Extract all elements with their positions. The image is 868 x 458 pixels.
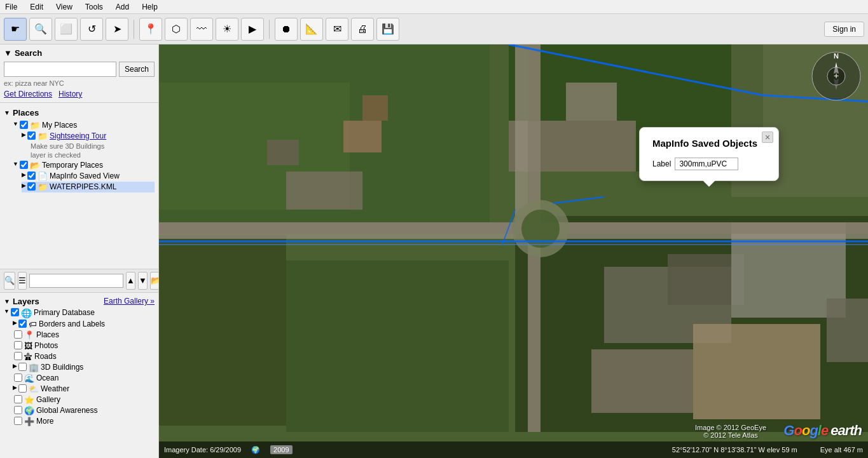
places-collapse-icon: ▼ <box>4 109 10 116</box>
history-link[interactable]: History <box>59 90 82 98</box>
photos-label[interactable]: Photos <box>34 341 58 350</box>
layers-header-row: ▼ Layers Earth Gallery » <box>4 295 155 307</box>
search-input[interactable] <box>4 62 116 77</box>
waterpipes-checkbox[interactable] <box>27 182 36 191</box>
nav-compass[interactable]: N + <box>811 51 862 102</box>
weather-label[interactable]: Weather <box>41 384 69 393</box>
roads-checkbox[interactable] <box>14 352 22 360</box>
save-image-button[interactable]: 💾 <box>376 18 399 41</box>
menu-edit[interactable]: Edit <box>27 1 46 13</box>
weather-expand-icon[interactable]: ▶ <box>13 384 17 391</box>
borders-label[interactable]: Borders and Labels <box>39 320 105 328</box>
3d-buildings-checkbox[interactable] <box>18 363 27 371</box>
sightseeing-label[interactable]: Sightseeing Tour <box>50 131 106 140</box>
add-path-button[interactable]: 〰 <box>190 18 213 41</box>
temp-places-expand-icon[interactable]: ▼ <box>13 161 18 167</box>
3d-buildings-label[interactable]: 3D Buildings <box>41 363 83 372</box>
get-directions-link[interactable]: Get Directions <box>4 90 52 98</box>
more-icon: ➕ <box>24 417 34 426</box>
more-label[interactable]: More <box>36 417 53 426</box>
borders-icon: 🏷 <box>29 320 37 329</box>
search-header[interactable]: ▼ Search <box>4 48 155 58</box>
sign-in-button[interactable]: Sign in <box>824 22 864 37</box>
waterpipes-expand-icon[interactable]: ▶ <box>22 182 26 189</box>
places-search-input[interactable] <box>29 274 123 288</box>
my-places-label[interactable]: My Places <box>42 121 77 130</box>
ocean-label[interactable]: Ocean <box>36 374 59 382</box>
menu-bar: File Edit View Tools Add Help <box>0 0 868 14</box>
google-logo-e: e <box>821 422 828 438</box>
menu-view[interactable]: View <box>53 1 75 13</box>
view-toggle-button[interactable]: ☰ <box>18 272 27 290</box>
places-layer-label[interactable]: Places <box>36 330 59 339</box>
email-icon: ✉ <box>333 23 341 35</box>
print-button[interactable]: 🖨 <box>351 18 374 41</box>
mapinfo-view-checkbox[interactable] <box>27 172 36 180</box>
layers-collapse-icon: ▼ <box>4 298 10 305</box>
places-layer-checkbox[interactable] <box>14 330 22 339</box>
folder-button[interactable]: 📂 <box>150 272 159 290</box>
menu-add[interactable]: Add <box>113 1 132 13</box>
tour-button[interactable]: ▶ <box>241 18 264 41</box>
mapinfo-view-label[interactable]: MapInfo Saved View <box>50 172 120 180</box>
ruler-button[interactable]: 📐 <box>300 18 323 41</box>
search-places-button[interactable]: 🔍 <box>4 272 15 290</box>
photos-checkbox[interactable] <box>14 341 22 349</box>
gallery-label[interactable]: Gallery <box>36 395 60 404</box>
popup-close-button[interactable]: × <box>762 131 773 143</box>
svg-text:+: + <box>834 71 839 81</box>
primary-db-checkbox[interactable] <box>11 308 19 316</box>
move-down-button[interactable]: ▼ <box>138 272 148 290</box>
record-button[interactable]: ⏺ <box>275 18 298 41</box>
my-places-expand-icon[interactable]: ▼ <box>13 121 18 127</box>
search-button[interactable]: Search <box>119 62 155 77</box>
email-button[interactable]: ✉ <box>326 18 348 41</box>
eye-alt-text: Eye alt 467 m <box>820 446 863 454</box>
primary-db-icon: 🌐 <box>21 308 32 318</box>
menu-file[interactable]: File <box>3 1 20 13</box>
navigate-button[interactable]: ➤ <box>106 18 128 41</box>
gallery-icon: ⭐ <box>24 395 34 405</box>
imagery-credit-line1: Image © 2012 GeoEye <box>695 424 766 431</box>
mapinfo-view-expand-icon[interactable]: ▶ <box>22 172 26 178</box>
tree-item-mapinfo-view: ▶ 📄 MapInfo Saved View <box>22 171 155 182</box>
add-placemark-button[interactable]: 📍 <box>139 18 162 41</box>
add-polygon-button[interactable]: ⬡ <box>165 18 188 41</box>
roads-label[interactable]: Roads <box>34 352 57 361</box>
gallery-checkbox[interactable] <box>14 395 22 403</box>
weather-checkbox[interactable] <box>18 384 27 393</box>
google-logo-g: G <box>783 422 794 438</box>
zoom-in-button[interactable]: 🔍 <box>29 18 52 41</box>
layers-header[interactable]: ▼ Layers <box>4 297 39 306</box>
tree-item-places: 📍 Places <box>13 330 155 340</box>
orbit-button[interactable]: ↺ <box>80 18 103 41</box>
temp-places-checkbox[interactable] <box>20 161 28 169</box>
global-checkbox[interactable] <box>14 406 22 414</box>
ocean-checkbox[interactable] <box>14 374 22 382</box>
primary-db-expand-icon[interactable]: ▼ <box>4 308 10 314</box>
places-toolbar: 🔍 ☰ ▲ ▼ 📂 <box>0 269 158 293</box>
3d-buildings-expand-icon[interactable]: ▶ <box>13 363 17 369</box>
places-header[interactable]: ▼ Places <box>4 105 155 120</box>
earth-gallery-link[interactable]: Earth Gallery » <box>104 297 155 306</box>
global-awareness-label[interactable]: Global Awareness <box>36 406 98 415</box>
search-hint: ex: pizza near NYC <box>4 79 155 87</box>
my-places-checkbox[interactable] <box>20 121 28 129</box>
map-area[interactable]: × MapInfo Saved Objects Label 300mm,uPVC… <box>159 44 868 458</box>
sun-button[interactable]: ☀ <box>216 18 238 41</box>
borders-expand-icon[interactable]: ▶ <box>13 320 17 326</box>
move-up-button[interactable]: ▲ <box>126 272 135 290</box>
menu-help[interactable]: Help <box>139 1 160 13</box>
waterpipes-label[interactable]: WATERPIPES.KML <box>50 182 116 191</box>
pan-tool-button[interactable]: ☛ <box>4 18 27 41</box>
sightseeing-expand-icon[interactable]: ▶ <box>22 131 26 138</box>
more-checkbox[interactable] <box>14 417 22 425</box>
tree-item-temp-places: ▼ 📂 Temporary Places <box>13 160 155 171</box>
borders-checkbox[interactable] <box>18 320 27 328</box>
primary-db-label[interactable]: Primary Database <box>34 308 95 317</box>
menu-tools[interactable]: Tools <box>83 1 106 13</box>
sightseeing-checkbox[interactable] <box>27 131 36 140</box>
tree-item-gallery: ⭐ Gallery <box>13 394 155 405</box>
temp-places-label[interactable]: Temporary Places <box>42 161 103 170</box>
zoom-box-button[interactable]: ⬜ <box>55 18 78 41</box>
